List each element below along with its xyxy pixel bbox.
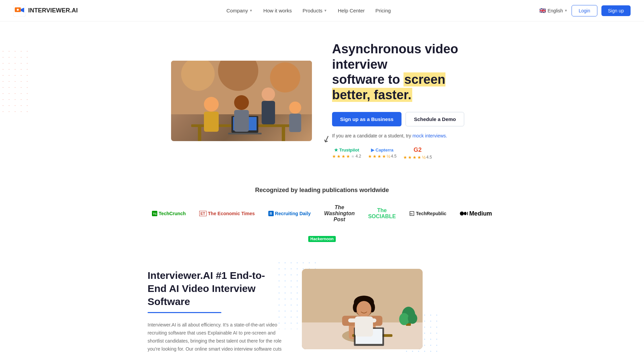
sociable-logo: TheSOCIABLE — [368, 207, 396, 220]
mock-interviews-link[interactable]: mock interviews. — [413, 133, 447, 138]
hero-image-wrap: ↙ — [171, 61, 312, 141]
trustpilot-stars: ★ ★ ★ ★ ★ 4.2 — [332, 154, 361, 159]
signup-business-button[interactable]: Sign up as a Business — [332, 112, 401, 126]
bottom-section: Interviewer.AI #1 End-to-End AI Video In… — [0, 249, 644, 362]
washington-post-logo: TheWashingtonPost — [324, 204, 355, 223]
logo[interactable]: INTERVIEWER.AI — [13, 5, 78, 17]
hero-content: Asynchronous video interview software to… — [332, 42, 473, 160]
capterra-rating: ▶ Capterra ★ ★ ★ ★ ½ 4.5 — [368, 147, 397, 159]
svg-rect-9 — [282, 127, 285, 141]
nav-item-how-it-works[interactable]: How it works — [263, 8, 292, 13]
svg-point-43 — [399, 313, 409, 325]
tr-icon: TR — [409, 211, 415, 216]
title-underline — [148, 312, 221, 313]
capterra-stars: ★ ★ ★ ★ ½ 4.5 — [368, 154, 397, 159]
svg-rect-20 — [289, 114, 301, 132]
economic-times-logo: ET The Economic Times — [199, 211, 255, 216]
arrow-sketch: ↙ — [321, 132, 332, 145]
signup-button[interactable]: Sign up — [601, 5, 631, 16]
svg-rect-14 — [204, 112, 219, 132]
g2-stars: ★ ★ ★ ★ ½ 4.5 — [403, 155, 432, 160]
capterra-logo: ▶ Capterra — [371, 147, 393, 153]
hero-container: ↙ Asynchronous video interview software … — [121, 21, 523, 173]
svg-point-2 — [17, 9, 19, 11]
language-selector[interactable]: 🇬🇧 English ▼ — [539, 7, 568, 14]
svg-point-13 — [204, 97, 219, 112]
publication-logos: TC TechCrunch ET The Economic Times R Re… — [148, 204, 496, 242]
svg-rect-52 — [368, 318, 376, 322]
nav-item-products[interactable]: Products ▼ — [303, 8, 327, 13]
svg-text:TR: TR — [410, 213, 413, 215]
schedule-demo-button[interactable]: Schedule a Demo — [406, 112, 464, 126]
svg-rect-51 — [348, 318, 357, 322]
chevron-down-icon: ▼ — [564, 9, 568, 12]
svg-point-15 — [234, 95, 249, 110]
svg-point-6 — [270, 62, 300, 93]
bottom-image — [302, 269, 423, 349]
svg-rect-16 — [234, 110, 249, 132]
hackernoon-logo: Hackernoon — [308, 236, 335, 242]
nav-item-company[interactable]: Company ▼ — [226, 8, 253, 13]
svg-point-44 — [408, 313, 417, 324]
logo-icon — [13, 5, 25, 17]
svg-rect-18 — [262, 101, 275, 124]
trustpilot-logo: ★ Trustpilot — [334, 147, 359, 153]
hero-title: Asynchronous video interview software to… — [332, 42, 473, 103]
g2-logo: G2 — [414, 146, 422, 154]
highlight-text: screen better, faster. — [332, 72, 445, 102]
flag-icon: 🇬🇧 — [539, 7, 546, 14]
trustpilot-rating: ★ Trustpilot ★ ★ ★ ★ ★ 4.2 — [332, 147, 361, 159]
svg-point-49 — [357, 301, 371, 317]
nav-links: Company ▼ How it works Products ▼ Help C… — [226, 8, 391, 13]
logo-text: INTERVIEWER.AI — [28, 7, 78, 14]
navbar: INTERVIEWER.AI Company ▼ How it works Pr… — [0, 0, 644, 21]
svg-rect-28 — [467, 212, 468, 215]
svg-point-26 — [460, 212, 464, 216]
tc-icon: TC — [152, 211, 157, 216]
decorative-dots-left — [0, 48, 30, 115]
svg-point-19 — [289, 102, 301, 114]
recognized-title: Recognized by leading publications world… — [148, 187, 496, 194]
techrepublic-logo: TR TechRepublic — [409, 211, 446, 216]
techcrunch-logo: TC TechCrunch — [152, 211, 186, 216]
recruiting-daily-logo: R Recruiting Daily — [268, 211, 311, 216]
svg-rect-8 — [198, 127, 201, 141]
medium-logo: Medium — [460, 210, 492, 217]
login-button[interactable]: Login — [572, 5, 597, 16]
bottom-description: Interviewer.AI is all about efficiency. … — [148, 321, 282, 353]
rd-icon: R — [268, 211, 274, 216]
ratings-row: ★ Trustpilot ★ ★ ★ ★ ★ 4.2 ▶ Capterra — [332, 146, 473, 160]
nav-item-help-center[interactable]: Help Center — [338, 8, 365, 13]
svg-text:R: R — [270, 212, 272, 216]
hero-buttons: Sign up as a Business Schedule a Demo — [332, 112, 473, 126]
nav-item-pricing[interactable]: Pricing — [375, 8, 391, 13]
svg-point-17 — [262, 87, 275, 101]
chevron-down-icon: ▼ — [249, 9, 253, 12]
bottom-container: Interviewer.AI #1 End-to-End AI Video In… — [121, 249, 523, 362]
bottom-content: Interviewer.AI #1 End-to-End AI Video In… — [148, 269, 282, 353]
chevron-down-icon: ▼ — [324, 9, 327, 12]
bottom-title: Interviewer.AI #1 End-to-End AI Video In… — [148, 269, 282, 308]
hero-subtext: If you are a candidate or a student, try… — [332, 133, 473, 138]
recognized-section: Recognized by leading publications world… — [121, 173, 523, 249]
hero-image — [171, 61, 312, 141]
hero-illustration — [171, 61, 312, 141]
bottom-image-wrap — [302, 269, 423, 349]
svg-point-27 — [464, 212, 467, 215]
hero-section: ↙ Asynchronous video interview software … — [0, 21, 644, 173]
svg-text:TC: TC — [153, 212, 157, 216]
g2-rating: G2 ★ ★ ★ ★ ½ 4.5 — [403, 146, 432, 160]
hero-title-line2: software to screen better, faster. — [332, 72, 445, 102]
nav-actions: 🇬🇧 English ▼ Login Sign up — [539, 5, 631, 16]
svg-rect-12 — [228, 133, 262, 134]
medium-icon — [460, 211, 468, 216]
bottom-illustration — [302, 269, 423, 349]
